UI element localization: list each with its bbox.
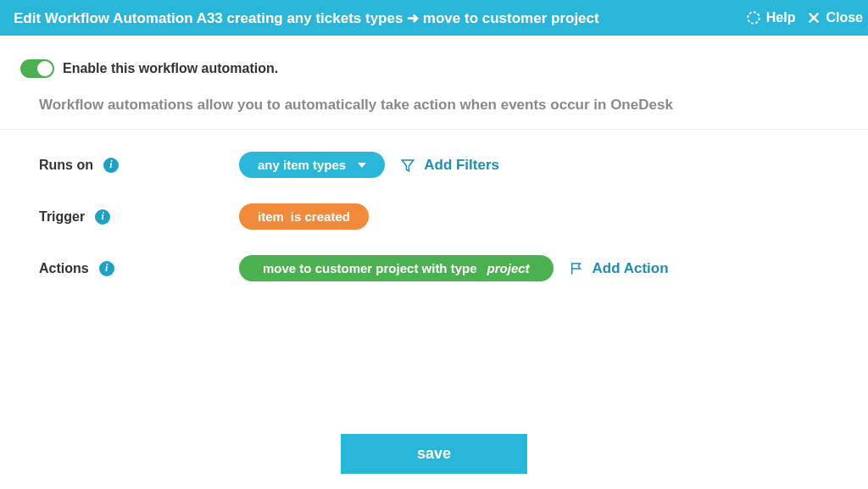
runs-on-select[interactable]: any item types xyxy=(239,152,385,178)
enable-label: Enable this workflow automation. xyxy=(63,61,278,76)
divider xyxy=(0,129,868,130)
enable-toggle[interactable] xyxy=(20,59,54,78)
info-icon[interactable]: i xyxy=(95,209,110,225)
trigger-label: Trigger xyxy=(39,209,85,225)
action-text: move to customer project with type xyxy=(263,261,477,275)
close-button[interactable]: Close xyxy=(807,10,863,25)
trigger-rest: is created xyxy=(291,209,350,224)
add-filters-label: Add Filters xyxy=(424,157,499,174)
page-title: Edit Workflow Automation A33 creating an… xyxy=(14,9,599,27)
trigger-pill[interactable]: item is created xyxy=(239,203,369,230)
help-button[interactable]: Help xyxy=(746,10,796,25)
action-pill[interactable]: move to customer project with type proje… xyxy=(239,255,554,281)
add-filters-button[interactable]: Add Filters xyxy=(400,157,499,174)
runs-on-value: any item types xyxy=(258,158,346,172)
info-icon[interactable]: i xyxy=(103,158,119,173)
close-label: Close xyxy=(826,10,863,25)
add-action-label: Add Action xyxy=(593,260,669,277)
save-button[interactable]: save xyxy=(341,434,527,474)
info-icon[interactable]: i xyxy=(99,261,114,276)
trigger-item: item xyxy=(258,209,284,224)
close-icon xyxy=(807,11,821,25)
help-label: Help xyxy=(766,10,796,25)
actions-label: Actions xyxy=(39,261,89,276)
automation-description: Workflow automations allow you to automa… xyxy=(39,97,831,114)
action-type: project xyxy=(487,261,530,275)
filter-icon xyxy=(400,158,415,173)
svg-point-0 xyxy=(748,12,760,24)
runs-on-label: Runs on xyxy=(39,158,93,173)
flag-icon xyxy=(569,261,584,276)
help-icon xyxy=(746,10,761,25)
add-action-button[interactable]: Add Action xyxy=(569,260,669,277)
chevron-down-icon xyxy=(358,163,366,168)
